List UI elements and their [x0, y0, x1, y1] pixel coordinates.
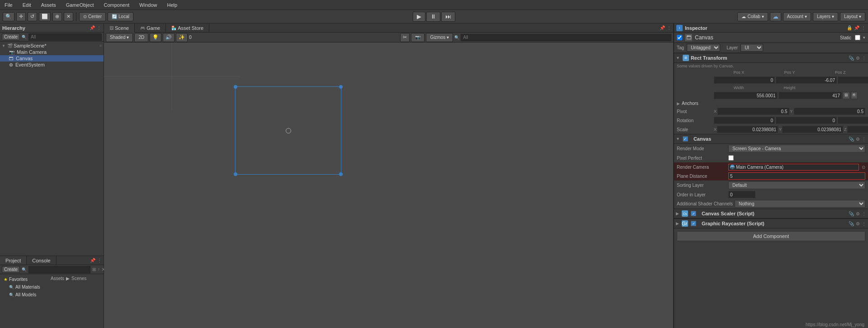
collab-button[interactable]: ☁ Collab ▾	[737, 12, 768, 21]
layer-dropdown[interactable]: UI	[741, 44, 763, 52]
canvas-comp-checkbox[interactable]: ✓	[683, 136, 688, 142]
shading-mode-btn[interactable]: Shaded ▾	[106, 33, 133, 42]
anchors-row[interactable]: ▶ Anchors	[674, 100, 868, 107]
canvas-scaler-ref-icon[interactable]: 📎	[849, 211, 854, 216]
static-dropdown-arrow[interactable]: ▾	[863, 35, 865, 40]
scene-pin-icon[interactable]: 📌	[660, 25, 665, 30]
render-mode-dropdown[interactable]: Screen Space - Camera	[728, 145, 865, 152]
canvas-scaler-header[interactable]: ▶ Cs ✓ Canvas Scaler (Script) 📎 ⚙ ⋮	[674, 209, 868, 219]
rect-settings-icon[interactable]: ⚙	[856, 56, 860, 61]
static-checkbox[interactable]	[855, 35, 860, 40]
menu-window[interactable]: Window	[137, 1, 159, 9]
graphic-raycaster-header[interactable]: ▶ Gr ✓ Graphic Raycaster (Script) 📎 ⚙ ⋮	[674, 219, 868, 228]
tag-dropdown[interactable]: Untagged	[687, 44, 720, 52]
menu-edit[interactable]: Edit	[21, 1, 33, 9]
rect-ref-icon[interactable]: 📎	[849, 56, 854, 61]
plane-distance-field[interactable]	[728, 172, 865, 180]
pos-x-field[interactable]	[714, 76, 775, 84]
canvas-comp-more-icon[interactable]: ⋮	[862, 137, 866, 142]
handle-top-left[interactable]	[234, 85, 237, 89]
rot-y-field[interactable]	[776, 117, 837, 124]
project-search-input[interactable]	[28, 266, 90, 273]
rect-anchor-icon[interactable]: ⊞	[843, 92, 850, 99]
tab-game[interactable]: 🎮 Game	[135, 24, 166, 33]
graphic-raycaster-checkbox[interactable]: ✓	[691, 221, 696, 226]
pivot-y-field[interactable]	[794, 108, 865, 115]
rect-r-btn[interactable]: R	[851, 92, 858, 99]
bottom-more-icon[interactable]: ⋮	[97, 258, 102, 263]
menu-file[interactable]: File	[3, 1, 14, 9]
tool-rect[interactable]: ⊕	[52, 12, 62, 21]
all-models-item[interactable]: 🔍 All Models	[2, 291, 47, 298]
hierarchy-search-input[interactable]	[28, 33, 102, 41]
rect-transform-header[interactable]: ▼ ⊞ Rect Transform 📎 ⚙ ⋮	[674, 53, 868, 63]
scene-camera-btn[interactable]: 📷	[411, 33, 425, 42]
scene-audio-btn[interactable]: 🔊	[163, 33, 175, 42]
hierarchy-create-btn[interactable]: Create	[2, 33, 20, 40]
hierarchy-pin-icon[interactable]: 📌	[90, 25, 95, 30]
tab-scene[interactable]: 🖼 Scene	[104, 24, 135, 33]
scene-light-btn[interactable]: 💡	[150, 33, 161, 42]
pivot-space-btn[interactable]: 🔄 Local	[108, 12, 133, 21]
project-icon1[interactable]: ⊞	[92, 267, 96, 272]
hierarchy-more-icon[interactable]: ⋮	[97, 25, 101, 30]
project-icon2[interactable]: ↑	[98, 267, 100, 272]
rot-x-field[interactable]	[714, 117, 775, 124]
scale-x-field[interactable]	[717, 126, 778, 133]
canvas-scaler-checkbox[interactable]: ✓	[691, 211, 696, 216]
pivot-mode-btn[interactable]: ⊙ Center	[79, 12, 106, 21]
hierarchy-item-main-camera[interactable]: 📷 Main Camera	[0, 49, 104, 55]
width-field[interactable]	[714, 92, 778, 99]
cloud-button[interactable]: ☁	[770, 12, 781, 21]
breadcrumb-assets[interactable]: Assets	[51, 276, 64, 281]
tool-scale[interactable]: ⬜	[39, 12, 51, 21]
object-active-checkbox[interactable]	[677, 35, 682, 40]
tool-rotate[interactable]: ↺	[28, 12, 37, 21]
canvas-comp-settings-icon[interactable]: ⚙	[856, 137, 860, 142]
canvas-scaler-more-icon[interactable]: ⋮	[862, 211, 866, 216]
rot-z-field[interactable]	[838, 117, 868, 124]
render-camera-field[interactable]: 📷 Main Camera (Camera)	[728, 164, 859, 171]
render-camera-pick-btn[interactable]: ⊙	[862, 165, 865, 170]
inspector-scroll[interactable]: 🗔 Canvas Static ▾ Tag Untagged Layer UI …	[674, 33, 868, 328]
tab-project[interactable]: Project	[0, 256, 27, 265]
graphic-raycaster-settings-icon[interactable]: ⚙	[856, 221, 860, 226]
canvas-comp-ref-icon[interactable]: 📎	[849, 137, 854, 142]
canvas-component-header[interactable]: ▼ ✓ Canvas 📎 ⚙ ⋮	[674, 134, 868, 144]
menu-component[interactable]: Component	[102, 1, 131, 9]
bottom-lock-icon[interactable]: 📌	[90, 258, 95, 263]
rect-more-icon[interactable]: ⋮	[862, 56, 866, 61]
gizmos-btn[interactable]: Gizmos ▾	[426, 33, 453, 42]
order-layer-field[interactable]	[728, 191, 755, 198]
2d-toggle-btn[interactable]: 2D	[134, 33, 148, 42]
scene-scissors-btn[interactable]: ✂	[400, 33, 410, 42]
all-materials-item[interactable]: 🔍 All Materials	[2, 284, 47, 290]
hierarchy-scene-item[interactable]: ▼ 🎬 SampleScene* ≡	[0, 43, 104, 49]
pause-button[interactable]: ⏸	[426, 12, 440, 22]
handle-top-right[interactable]	[339, 85, 343, 89]
shader-channels-dropdown[interactable]: Nothing	[735, 200, 865, 208]
scale-y-field[interactable]	[782, 126, 843, 133]
graphic-raycaster-more-icon[interactable]: ⋮	[862, 221, 866, 226]
play-button[interactable]: ▶	[413, 12, 425, 22]
add-component-button[interactable]: Add Component	[677, 231, 865, 241]
pos-z-field[interactable]	[838, 76, 868, 84]
scene-search-input[interactable]	[461, 34, 671, 41]
hierarchy-item-eventsystem[interactable]: ⚙ EventSystem	[0, 62, 104, 68]
graphic-raycaster-ref-icon[interactable]: 📎	[849, 221, 854, 226]
account-button[interactable]: Account ▾	[783, 12, 811, 21]
handle-bottom-left[interactable]	[234, 172, 237, 176]
layers-button[interactable]: Layers ▾	[813, 12, 838, 21]
canvas-scaler-settings-icon[interactable]: ⚙	[856, 211, 860, 216]
hierarchy-item-canvas[interactable]: 🗔 Canvas	[0, 55, 104, 62]
scene-menu-icon[interactable]: ≡	[99, 43, 102, 48]
menu-assets[interactable]: Assets	[39, 1, 58, 9]
project-create-btn[interactable]: Create	[2, 266, 20, 273]
scale-z-field[interactable]	[847, 126, 868, 133]
menu-gameobject[interactable]: GameObject	[64, 1, 96, 9]
favorites-folder[interactable]: ★ Favorites	[2, 276, 47, 283]
sorting-layer-dropdown[interactable]: Default	[728, 181, 865, 189]
inspector-pin-icon[interactable]: 📌	[854, 25, 859, 30]
inspector-more-icon[interactable]: ⋮	[861, 25, 866, 30]
breadcrumb-scenes[interactable]: Scenes	[71, 276, 86, 281]
